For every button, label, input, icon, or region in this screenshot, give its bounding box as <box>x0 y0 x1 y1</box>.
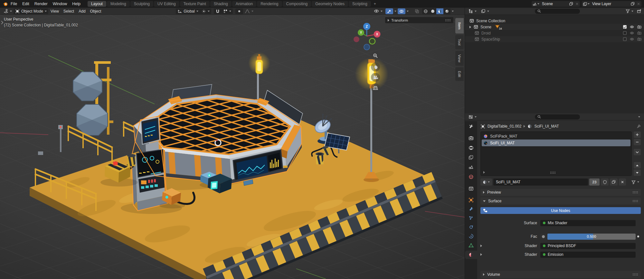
slot-specials-button[interactable] <box>634 149 641 155</box>
sidebar-tab-edit[interactable]: Edit <box>455 67 464 81</box>
add-slot-button[interactable] <box>634 131 641 138</box>
viewport-canvas[interactable] <box>0 15 465 279</box>
tab-particles[interactable] <box>465 214 477 222</box>
move-slot-up-button[interactable] <box>634 162 641 168</box>
menu-window[interactable]: Window <box>50 2 70 6</box>
menu-help[interactable]: Help <box>70 2 83 6</box>
fac-input-socket[interactable] <box>540 234 546 240</box>
outliner-row-spaceship[interactable]: SpaceShip <box>465 36 644 42</box>
checkbox-icon[interactable] <box>623 31 627 35</box>
tab-scripting[interactable]: Scripting <box>349 1 371 7</box>
tab-sculpting[interactable]: Sculpting <box>130 1 153 7</box>
copy-scene-icon[interactable] <box>568 1 574 7</box>
menu-render[interactable]: Render <box>32 2 50 6</box>
sidebar-tab-item[interactable]: Item <box>455 18 464 34</box>
disclosure-icon[interactable] <box>469 26 471 28</box>
properties-options-button[interactable] <box>636 114 642 120</box>
checkbox-icon[interactable] <box>623 25 627 29</box>
outliner-filter-button[interactable] <box>624 8 635 14</box>
pivot-point-button[interactable] <box>200 8 211 14</box>
pan-hand-button[interactable] <box>371 63 380 72</box>
tab-rendering[interactable]: Rendering <box>257 1 282 7</box>
snap-toggle[interactable] <box>214 8 222 14</box>
move-slot-down-button[interactable] <box>634 169 641 176</box>
browse-material-button[interactable] <box>480 178 492 186</box>
camera-visibility-icon[interactable] <box>637 25 641 29</box>
perspective-toggle-button[interactable] <box>371 83 380 92</box>
menu-edit[interactable]: Edit <box>20 2 32 6</box>
new-material-copy-button[interactable] <box>610 178 618 186</box>
breadcrumb-object[interactable]: DigitalTable_01.002 <box>488 124 521 129</box>
tab-physics[interactable] <box>465 223 477 231</box>
transform-panel-header[interactable]: Transform <box>385 17 453 23</box>
outliner-row-droid[interactable]: Droid <box>465 30 644 36</box>
outliner-search-input[interactable] <box>535 9 580 14</box>
new-collection-button[interactable] <box>636 8 642 14</box>
tab-animation[interactable]: Animation <box>232 1 256 7</box>
hide-eye-icon[interactable] <box>630 37 634 41</box>
preview-panel-header[interactable]: Preview <box>480 189 641 196</box>
tab-texture-paint[interactable]: Texture Paint <box>180 1 210 7</box>
mode-selector[interactable]: Object Mode <box>14 8 48 14</box>
outliner-row-scene[interactable]: Scene 34 <box>465 24 644 30</box>
transform-orientation[interactable]: Global <box>176 8 200 14</box>
keyframe-dot-icon[interactable] <box>637 236 639 237</box>
properties-editor-type-button[interactable] <box>467 114 478 120</box>
camera-visibility-icon[interactable] <box>637 31 641 35</box>
blender-logo-icon[interactable] <box>3 1 8 7</box>
properties-search-input[interactable] <box>535 114 580 120</box>
toolbar-expand-chevron[interactable] <box>0 20 4 25</box>
slot-scifi-ui[interactable]: SciFi_UI_MAT <box>482 140 630 146</box>
tab-object[interactable] <box>465 196 477 204</box>
tab-constraints[interactable] <box>465 232 477 240</box>
add-workspace-button[interactable]: + <box>372 1 378 7</box>
fake-user-shield-button[interactable] <box>601 178 609 186</box>
fac-slider[interactable]: 0.500 <box>547 234 636 240</box>
shader2-field[interactable]: Emission <box>540 252 636 258</box>
view-layer-selector[interactable]: View Layer <box>582 1 641 7</box>
tab-object-data[interactable] <box>465 241 477 249</box>
tab-modifiers[interactable] <box>465 205 477 213</box>
scene-name[interactable]: Scene <box>539 2 568 6</box>
list-resize-grip[interactable] <box>550 171 556 174</box>
unlink-scene-icon[interactable] <box>574 1 580 7</box>
proportional-falloff-button[interactable] <box>243 8 255 14</box>
pin-icon[interactable] <box>637 124 641 129</box>
camera-visibility-icon[interactable] <box>637 37 641 41</box>
tab-scene[interactable] <box>465 163 477 171</box>
tab-render[interactable] <box>465 134 477 142</box>
use-nodes-button[interactable]: Use Nodes <box>480 207 641 214</box>
visibility-button[interactable] <box>372 8 384 14</box>
shading-rendered-button[interactable] <box>443 8 450 14</box>
hide-eye-icon[interactable] <box>630 31 634 35</box>
xray-toggle[interactable] <box>413 8 421 14</box>
menu-add[interactable]: Add <box>76 9 88 14</box>
sidebar-tab-tool[interactable]: Tool <box>455 35 464 49</box>
remove-slot-button[interactable] <box>634 139 641 145</box>
view-layer-name[interactable]: View Layer <box>590 2 630 6</box>
menu-object[interactable]: Object <box>88 9 104 14</box>
menu-file[interactable]: File <box>8 2 20 6</box>
surface-panel-header[interactable]: Surface <box>480 197 641 205</box>
unlink-material-button[interactable] <box>619 178 626 186</box>
tab-world[interactable] <box>465 173 477 181</box>
tab-compositing[interactable]: Compositing <box>283 1 311 7</box>
expand-icon[interactable] <box>480 253 482 256</box>
slot-list-filter-toggle[interactable] <box>483 171 485 174</box>
tab-geometry-nodes[interactable]: Geometry Nodes <box>312 1 348 7</box>
shader1-field[interactable]: Principled BSDF <box>540 243 636 249</box>
overlays-toggle[interactable] <box>398 8 405 14</box>
copy-view-layer-icon[interactable] <box>630 1 636 7</box>
remove-view-layer-icon[interactable] <box>636 1 641 7</box>
menu-select[interactable]: Select <box>61 9 76 14</box>
tab-collection[interactable] <box>465 184 477 193</box>
shading-solid-button[interactable] <box>429 8 436 14</box>
proportional-editing-toggle[interactable] <box>235 8 243 14</box>
zoom-button[interactable] <box>371 51 380 60</box>
checkbox-icon[interactable] <box>623 37 627 41</box>
outliner-row-scene-collection[interactable]: Scene Collection <box>465 18 644 24</box>
gizmos-toggle[interactable] <box>385 8 393 14</box>
menu-view[interactable]: View <box>48 9 61 14</box>
sidebar-tab-view[interactable]: View <box>455 51 464 66</box>
tab-material[interactable] <box>465 251 477 259</box>
